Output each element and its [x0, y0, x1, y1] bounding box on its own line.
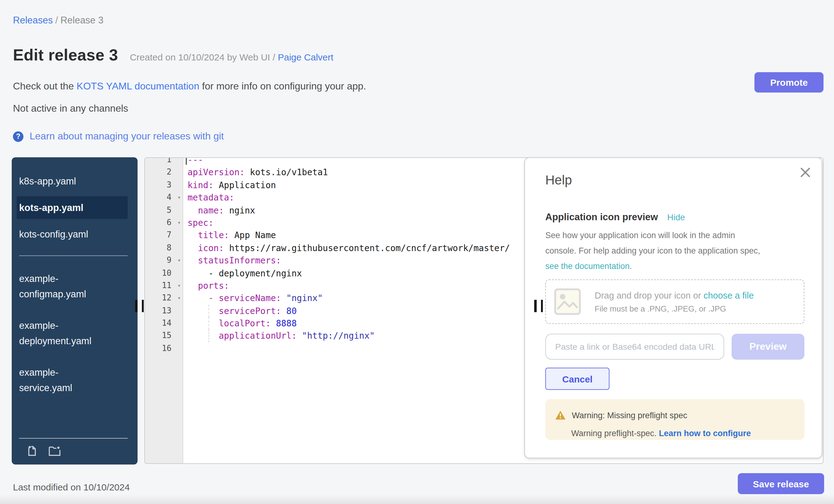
close-icon[interactable] [800, 167, 811, 178]
file-tree-footer [19, 438, 128, 457]
line-number: 2 [145, 166, 182, 179]
code-line-content: --- [182, 157, 203, 166]
line-number: 5 [145, 204, 182, 217]
line-number: 9▾ [145, 254, 182, 267]
last-modified-text: Last modified on 10/10/2024 [13, 482, 130, 492]
breadcrumb-separator: / [53, 15, 61, 25]
file-tree-item[interactable]: kots-app.yaml [17, 196, 128, 219]
line-number: 16 [145, 342, 182, 355]
icon-preview-section-header: Application icon preview Hide [545, 212, 685, 223]
breadcrumb-releases-link[interactable]: Releases [13, 15, 53, 25]
line-number: 4▾ [145, 191, 182, 204]
warning-title: Warning: Missing preflight spec [572, 411, 687, 420]
breadcrumb: Releases/Release 3 [13, 15, 103, 26]
image-placeholder-icon [554, 288, 581, 315]
release-created-info: Created on 10/10/2024 by Web UI / Paige … [130, 52, 333, 62]
help-panel-title: Help [545, 173, 572, 188]
line-number: 13 [145, 304, 182, 317]
new-file-icon[interactable] [25, 444, 38, 457]
code-line-content: name: nginx [182, 204, 255, 217]
icon-dropzone[interactable]: Drag and drop your icon or choose a file… [545, 280, 805, 324]
line-number: 7 [145, 229, 182, 242]
line-number: 14 [145, 317, 182, 330]
cancel-button[interactable]: Cancel [545, 368, 610, 390]
new-folder-icon[interactable] [47, 444, 62, 457]
fold-arrow-icon[interactable]: ▾ [177, 292, 181, 305]
fold-arrow-icon[interactable]: ▾ [177, 217, 181, 229]
dropzone-text: Drag and drop your icon or choose a file… [595, 290, 754, 313]
kots-yaml-doc-link[interactable]: KOTS YAML documentation [76, 81, 199, 91]
preflight-warning-box: Warning: Missing preflight spec Warning … [545, 399, 805, 440]
channel-status: Not active in any channels [13, 103, 128, 114]
configure-preflight-link[interactable]: Learn how to configure [659, 429, 751, 438]
page: Releases/Release 3 Edit release 3 Create… [0, 0, 834, 504]
file-tree-item[interactable]: k8s-app.yaml [17, 170, 128, 193]
page-title: Edit release 3 [13, 46, 118, 65]
file-tree-group-2: example-configmap.yamlexample-deployment… [12, 267, 137, 399]
code-line-content: localPort: 8888 [182, 317, 297, 330]
code-line-content: servicePort: 80 [182, 304, 297, 317]
intro-text: Check out the KOTS YAML documentation fo… [13, 81, 366, 92]
warning-detail: Warning preflight-spec. Learn how to con… [571, 429, 805, 438]
text-cursor [186, 157, 187, 165]
file-tree-item[interactable]: kots-config.yaml [17, 223, 128, 245]
icon-preview-description: See how your application icon will look … [545, 228, 760, 274]
file-tree-divider [19, 256, 128, 256]
see-documentation-link[interactable]: see the documentation [545, 262, 630, 271]
fold-arrow-icon[interactable]: ▾ [177, 280, 181, 292]
section-title: Application icon preview [545, 212, 658, 223]
code-line-content: apiVersion: kots.io/v1beta1 [182, 166, 328, 179]
line-number: 12▾ [145, 292, 182, 305]
breadcrumb-current: Release 3 [61, 15, 104, 25]
line-number: 8 [145, 242, 182, 254]
line-number: 10 [145, 267, 182, 280]
preview-button[interactable]: Preview [731, 334, 805, 360]
hide-link[interactable]: Hide [667, 212, 685, 222]
save-release-button[interactable]: Save release [738, 473, 824, 494]
code-line-content [182, 342, 188, 355]
file-tree-item[interactable]: example-deployment.yaml [17, 314, 112, 352]
warning-icon [555, 410, 566, 420]
code-line-content: title: App Name [182, 229, 276, 242]
line-number: 1 [145, 157, 182, 166]
file-tree-sidebar: k8s-app.yamlkots-app.yamlkots-config.yam… [12, 157, 137, 464]
author-link[interactable]: Paige Calvert [278, 52, 333, 62]
title-row: Edit release 3 Created on 10/10/2024 by … [13, 46, 333, 65]
bottom-fade [0, 494, 834, 504]
line-number: 15 [145, 330, 182, 342]
code-line-content: applicationUrl: "http://nginx" [182, 330, 375, 342]
git-help-row: ? Learn about managing your releases wit… [13, 131, 224, 142]
code-line-content: kind: Application [182, 179, 276, 192]
code-line-content: metadata: [182, 191, 235, 204]
dropzone-file-types: File must be a .PNG, .JPEG, or .JPG [595, 304, 754, 313]
git-help-link[interactable]: Learn about managing your releases with … [29, 131, 224, 142]
question-mark-icon: ? [13, 131, 23, 141]
fold-arrow-icon[interactable]: ▾ [177, 254, 181, 267]
file-tree-item[interactable]: example-service.yaml [17, 361, 112, 399]
help-panel-resize-handle[interactable] [534, 300, 544, 312]
code-line-content: spec: [182, 217, 214, 229]
code-line-content: - deployment/nginx [182, 267, 302, 280]
choose-file-link[interactable]: choose a file [704, 290, 754, 300]
help-panel: Help Application icon preview Hide See h… [524, 157, 822, 458]
file-tree-item[interactable]: example-configmap.yaml [17, 267, 112, 305]
fold-arrow-icon[interactable]: ▾ [177, 191, 181, 204]
code-line-content: - serviceName: "nginx" [182, 292, 323, 305]
line-number: 6▾ [145, 217, 182, 229]
line-number: 11▾ [145, 280, 182, 292]
code-line-content: ports: [182, 280, 229, 292]
code-line-content: icon: https://raw.githubusercontent.com/… [182, 242, 510, 254]
file-tree-group-1: k8s-app.yamlkots-app.yamlkots-config.yam… [12, 170, 137, 245]
sidebar-resize-handle[interactable] [135, 300, 144, 312]
line-number: 3 [145, 179, 182, 192]
promote-button[interactable]: Promote [754, 72, 824, 92]
code-line-content: statusInformers: [182, 254, 281, 267]
icon-url-input[interactable] [545, 334, 724, 360]
